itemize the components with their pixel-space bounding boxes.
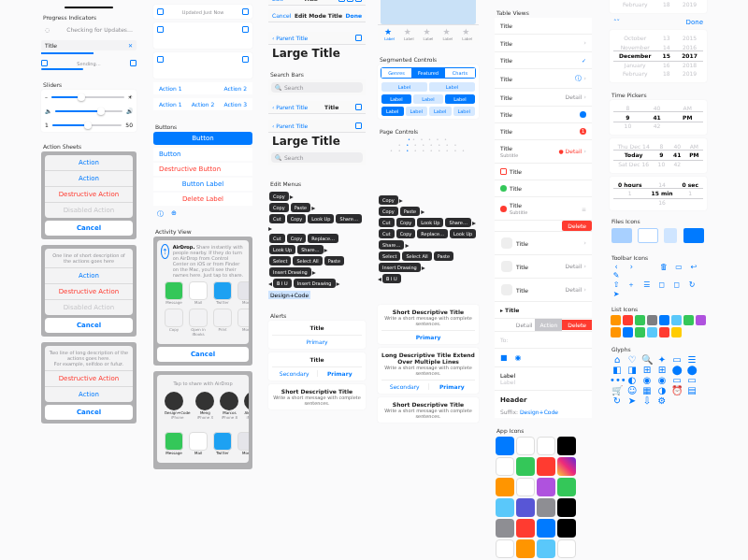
back-button[interactable]: ‹ Parent Title [272,122,308,129]
checkbox[interactable] [157,56,164,63]
edit-copy[interactable]: Copy [269,203,289,212]
sheet-action[interactable]: Action [45,155,133,171]
action-1[interactable]: Action 1 [159,101,182,108]
checkbox[interactable] [242,26,249,33]
list-row[interactable]: Title› [495,35,592,52]
checkbox[interactable] [157,8,164,15]
list-row[interactable]: TitleDetail › [495,279,592,302]
remove-icon[interactable] [500,206,507,212]
app-icon[interactable] [189,432,208,451]
sheet-destructive[interactable]: Destructive Action [45,371,133,387]
delete-button[interactable]: Delete [562,221,592,231]
sheet-action[interactable]: Action [45,268,133,284]
tab-star-icon[interactable]: ★ [384,27,395,36]
checkbox[interactable] [130,60,137,66]
list-row[interactable]: Title [495,107,592,123]
activity-cancel[interactable]: Cancel [157,347,249,362]
list-row[interactable]: TitleSubtitle● Detail › [495,140,592,164]
camera-icon[interactable]: ◉ [515,353,522,362]
add-icon[interactable]: ＋ [625,280,638,290]
action-icon[interactable] [189,309,208,327]
list-row[interactable]: TitleDetail › [495,89,592,107]
edit-copy[interactable]: Copy [287,214,307,223]
close-icon[interactable]: ✕ [128,42,133,49]
sheet-action[interactable]: Action [45,387,133,402]
compose-icon[interactable]: ✎ [610,271,623,280]
action-icon[interactable] [213,309,232,327]
tab-star-icon[interactable]: ★ [404,27,414,36]
search-input[interactable]: 🔍Search [271,82,363,93]
cancel-button[interactable]: Cancel [272,12,291,19]
info-icon[interactable]: ⓘ [157,209,164,219]
swipe-action[interactable]: Action [535,319,562,331]
nav-box[interactable] [355,0,362,2]
sheet-cancel[interactable]: Cancel [45,318,133,333]
app-icon[interactable] [165,432,183,451]
list-icon[interactable]: ☰ [640,280,653,289]
bookmark-icon[interactable]: ◻ [670,280,683,289]
seg-filled[interactable]: LabelLabelLabel [381,94,476,104]
tab-star-icon[interactable]: ★ [442,27,453,36]
bookmark-icon[interactable]: ◻ [655,280,669,289]
nav-box[interactable] [355,35,362,41]
share-icon[interactable]: ⇧ [610,280,623,289]
edit-lookup[interactable]: Look Up [308,214,334,223]
list-row[interactable]: TitleDetail › [495,255,592,279]
action-icon[interactable] [237,309,249,327]
list-row-expand[interactable]: ▸ Title [495,302,592,319]
edit-cut[interactable]: Cut [269,214,285,223]
app-icon[interactable] [213,432,232,451]
swipe-delete[interactable]: Delete [562,320,592,330]
alert-secondary[interactable]: Secondary [272,370,317,377]
tab-star-icon[interactable]: ★ [424,27,434,36]
list-row[interactable]: Title1 [495,123,592,140]
action-2[interactable]: Action 2 [223,85,247,92]
destructive-button[interactable]: Destructive Button [153,163,252,176]
nav-box[interactable] [355,122,362,129]
nav-box[interactable] [347,0,353,2]
app-icon[interactable] [165,281,183,300]
list-swipe[interactable]: Detail Action Delete [495,319,592,332]
list-row[interactable]: Title [495,18,592,35]
list-row[interactable]: Title› [495,232,592,255]
app-icon[interactable] [189,281,208,300]
to-field[interactable]: To: [495,332,592,349]
sheet-cancel[interactable]: Cancel [45,221,133,236]
edit-copy[interactable]: Copy [269,192,289,201]
app-icon[interactable] [237,281,249,300]
alert-primary[interactable]: Primary [317,370,363,377]
label-field[interactable]: LabelLabel [495,367,592,391]
person-avatar[interactable] [195,392,214,410]
checkbox[interactable] [242,56,249,63]
list-row[interactable]: Delete [495,221,592,232]
back-button[interactable]: ‹ Parent Title [272,104,308,110]
edit-paste[interactable]: Paste [291,203,311,212]
reply-icon[interactable]: ↩ [687,263,700,271]
nav-box[interactable] [355,104,362,110]
action-3[interactable]: Action 3 [223,101,247,108]
sheet-action[interactable]: Action [45,171,133,187]
alert-primary[interactable]: Primary [272,335,362,345]
list-row[interactable]: TitleSubtitle≡ [495,197,592,221]
selected-text[interactable]: Design+Code [268,291,310,299]
list-row[interactable]: Title [495,180,592,197]
page-dots[interactable]: • • • • • • • • • • [378,148,479,153]
checkbox[interactable] [242,8,249,15]
refresh-icon[interactable]: ↻ [685,280,698,289]
back-button[interactable]: ‹ Parent Title [272,35,308,41]
list-row[interactable]: Title✓ [495,52,592,69]
nav-box[interactable] [338,0,345,2]
trash-icon[interactable]: 🗑 [657,263,670,271]
action-icon[interactable] [165,309,183,327]
sheet-cancel[interactable]: Cancel [45,405,133,420]
person-avatar[interactable] [244,392,249,410]
back-icon[interactable]: ‹ [610,263,623,271]
add-icon[interactable]: ⊕ [171,209,177,219]
sheet-destructive[interactable]: Destructive Action [45,284,133,300]
delete-label[interactable]: Delete Label [153,193,252,206]
seg-filled[interactable]: LabelLabelLabelLabel [381,107,476,116]
video-icon[interactable]: ■ [500,353,508,362]
primary-button[interactable]: Button [153,132,252,145]
action-2[interactable]: Action 2 [192,101,215,108]
person-avatar[interactable] [220,392,238,410]
